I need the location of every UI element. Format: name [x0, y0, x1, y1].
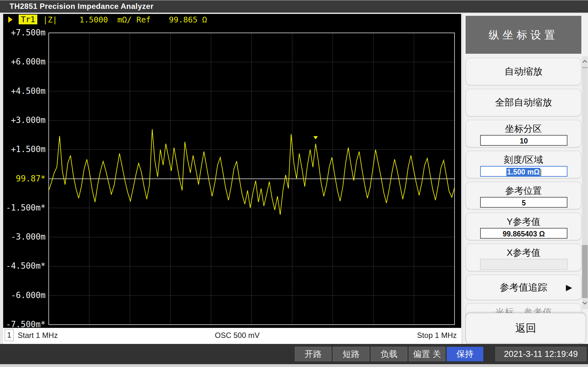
panel-item-field-5[interactable]: 参考位置5: [466, 182, 581, 209]
window-title: TH2851 Precision Impedance Analyzer: [9, 2, 153, 11]
panel-item-button-1[interactable]: 自动缩放: [466, 58, 581, 85]
trace-marker-icon: [313, 136, 318, 139]
chevron-up-icon: [583, 60, 587, 64]
statusbar-button-5[interactable]: 保持: [447, 347, 483, 361]
sweep-stop-label: Stop 1 MHz: [417, 331, 457, 340]
panel-item-field-4[interactable]: 刻度/区域1.500 mΩ: [466, 151, 581, 178]
field-input[interactable]: 10: [480, 135, 567, 146]
field-label: 参考位置: [466, 185, 581, 197]
side-panel-title: 纵坐标设置: [466, 16, 581, 54]
osc-level-label: OSC 500 mV: [199, 331, 275, 340]
plot-area: Tr1 |Z| 1.5000 mΩ/ Ref 99.865 Ω +7.500m+…: [3, 14, 461, 328]
text-caret: [541, 169, 541, 176]
panel-scrollbar[interactable]: [582, 56, 588, 309]
panel-button-label: 参考值追踪: [466, 275, 581, 300]
panel-button-label: 全部自动缩放: [466, 89, 581, 116]
field-input[interactable]: 1.500 mΩ: [480, 166, 567, 177]
panel-item-button-8[interactable]: 参考值追踪▶: [466, 275, 581, 300]
trace-number-box: 1: [5, 329, 14, 341]
panel-item-field-3[interactable]: 坐标分区10: [466, 120, 581, 147]
side-panel: 纵坐标设置 自动缩放全部自动缩放坐标分区10刻度/区域1.500 mΩ参考位置5…: [463, 14, 588, 344]
panel-item-field-7: X参考值: [466, 244, 581, 271]
selected-text: 1.500 mΩ: [506, 168, 540, 176]
field-input[interactable]: 99.865403 Ω: [480, 228, 567, 239]
status-bar: 开路短路负载偏置 关保持 2021-3-11 12:19:49: [0, 344, 588, 364]
field-label: 坐标分区: [466, 123, 581, 135]
window-bottom-edge: [0, 364, 588, 367]
field-label: X参考值: [466, 247, 581, 259]
panel-button-label: 自动缩放: [466, 58, 581, 85]
statusbar-button-4[interactable]: 偏置 关: [409, 347, 445, 361]
sweep-start-label: Start 1 MHz: [18, 331, 58, 340]
statusbar-button-2[interactable]: 短路: [333, 347, 369, 361]
chevron-down-icon: [583, 300, 587, 304]
submenu-arrow-icon: ▶: [566, 283, 572, 292]
field-label: Y参考值: [466, 216, 581, 228]
graticule-and-trace: [3, 14, 461, 328]
back-button[interactable]: 返回: [466, 313, 586, 343]
field-label: 刻度/区域: [466, 154, 581, 166]
field-input[interactable]: 5: [480, 197, 567, 208]
scroll-up-button[interactable]: [582, 56, 588, 67]
panel-item-field-6[interactable]: Y参考值99.865403 Ω: [466, 213, 581, 240]
statusbar-button-1[interactable]: 开路: [295, 347, 331, 361]
scroll-down-button[interactable]: [582, 298, 588, 309]
app-window: TH2851 Precision Impedance Analyzer Tr1 …: [0, 0, 588, 367]
field-input: [480, 259, 567, 270]
panel-item-button-2[interactable]: 全部自动缩放: [466, 89, 581, 116]
scrollbar-thumb[interactable]: [582, 68, 588, 245]
title-bar: TH2851 Precision Impedance Analyzer: [0, 0, 588, 13]
statusbar-button-3[interactable]: 负载: [371, 347, 407, 361]
x-axis-strip: 1 Start 1 MHz OSC 500 mV Stop 1 MHz: [3, 328, 461, 344]
clock-display: 2021-3-11 12:19:49: [495, 347, 586, 361]
